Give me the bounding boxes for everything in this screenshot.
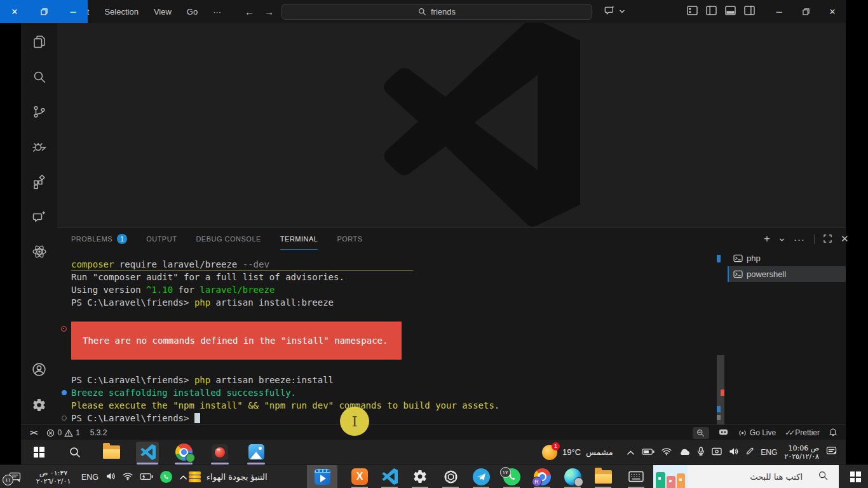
os-language-indicator[interactable]: ENG — [81, 473, 98, 482]
player-minimize-icon[interactable]: ─ — [58, 0, 88, 23]
tab-terminal[interactable]: TERMINAL — [280, 228, 318, 250]
player-restore-icon[interactable] — [29, 0, 58, 23]
xampp-app-icon[interactable]: X — [349, 466, 370, 487]
tab-output[interactable]: OUTPUT — [146, 229, 177, 250]
tray-chevron-icon[interactable] — [627, 447, 635, 458]
wifi-icon[interactable] — [661, 447, 672, 458]
close-button[interactable]: ✕ — [819, 0, 846, 23]
cast-icon[interactable] — [712, 447, 722, 458]
recorded-screen: litSelectionViewGo··· ← → friends — [21, 0, 846, 464]
forward-arrow-icon[interactable]: → — [264, 6, 274, 17]
menu-item-4[interactable]: ··· — [213, 7, 221, 17]
more-actions-icon[interactable]: ··· — [794, 234, 805, 245]
source-control-icon[interactable] — [21, 99, 57, 125]
player-close-icon[interactable]: ✕ — [0, 0, 29, 23]
problems-status[interactable]: 0 1 — [46, 428, 79, 437]
edge-app-icon[interactable] — [562, 466, 583, 487]
tab-ports[interactable]: PORTS — [337, 229, 362, 250]
go-live-button[interactable]: Go Live — [738, 428, 776, 437]
clock[interactable]: 10:06 ص ٢٠٢٥/١٢/٠٨ — [784, 444, 819, 461]
terminal-instance-php[interactable]: php — [728, 250, 846, 266]
microphone-icon[interactable] — [697, 447, 705, 458]
explorer-icon[interactable] — [21, 29, 57, 55]
customize-layout-icon[interactable] — [687, 6, 698, 18]
os-time: ٠١:٣٧ ص — [32, 469, 74, 477]
menu-item-2[interactable]: View — [154, 7, 172, 17]
close-panel-icon[interactable]: ✕ — [841, 233, 849, 245]
os-wifi-icon[interactable] — [123, 471, 133, 483]
vscode-window: litSelectionViewGo··· ← → friends — [21, 0, 846, 440]
weather-badge: 1 — [552, 442, 560, 451]
file-explorer-app-icon[interactable] — [592, 466, 614, 487]
new-terminal-icon[interactable]: + — [764, 233, 770, 245]
news-weather-widget[interactable]: التنبؤ بجودة الهواء — [189, 465, 268, 488]
react-devtools-icon[interactable] — [21, 239, 57, 264]
os-windows-logo-icon — [850, 471, 861, 482]
terminal-scrollbar[interactable] — [717, 250, 724, 425]
chat-icon[interactable] — [21, 204, 57, 229]
file-explorer-icon[interactable] — [100, 442, 123, 463]
zoom-status-icon[interactable] — [693, 427, 709, 439]
tab-problems[interactable]: PROBLEMS1 — [71, 229, 127, 250]
photos-app-icon[interactable] — [245, 442, 268, 463]
menu-item-1[interactable]: Selection — [104, 7, 138, 17]
chevron-down-icon[interactable] — [619, 6, 625, 17]
php-version[interactable]: 5.3.2 — [90, 428, 107, 437]
chrome-app-icon[interactable]: R — [531, 466, 553, 487]
scroll-marker-gray — [717, 415, 721, 420]
prettier-button[interactable]: ✓✓ Prettier — [785, 428, 820, 437]
search-highlights-illustration — [653, 465, 688, 488]
minimize-button[interactable]: ─ — [766, 0, 792, 23]
vscode-taskbar-icon[interactable] — [136, 442, 159, 463]
screen-recorder-icon[interactable] — [208, 442, 231, 463]
menu-item-3[interactable]: Go — [187, 7, 198, 17]
terminal-output[interactable]: composer require laravel/breeze --devRun… — [71, 250, 713, 425]
run-debug-icon[interactable] — [21, 134, 57, 159]
pen-icon[interactable] — [745, 447, 754, 458]
weather-widget[interactable]: 1 19°C مشمس — [542, 440, 613, 464]
toggle-secondary-sidebar-icon[interactable] — [744, 6, 755, 18]
copilot-status-icon[interactable] — [718, 427, 729, 438]
os-search-box[interactable]: اكتب هنا للبحث — [653, 465, 839, 488]
taskbar-search-icon[interactable] — [64, 442, 86, 463]
notification-center-icon[interactable] — [826, 446, 837, 458]
start-button[interactable] — [27, 442, 50, 463]
extensions-icon[interactable] — [21, 169, 57, 194]
keyboard-app-icon[interactable] — [625, 466, 647, 487]
maximize-panel-icon[interactable] — [824, 234, 832, 245]
terminal-instance-powershell[interactable]: powershell — [728, 266, 846, 282]
chrome-taskbar-icon[interactable] — [172, 442, 195, 463]
toggle-sidebar-icon[interactable] — [706, 6, 717, 18]
language-indicator[interactable]: ENG — [761, 448, 777, 457]
temperature: 19°C — [562, 447, 581, 457]
copilot-chat-icon[interactable] — [604, 5, 615, 18]
scroll-marker-blue — [717, 255, 721, 262]
terminal-dropdown-icon[interactable] — [779, 234, 785, 245]
chatgpt-app-icon[interactable] — [440, 466, 461, 487]
whatsapp-tray-icon[interactable] — [160, 471, 172, 483]
search-icon[interactable] — [21, 64, 57, 90]
settings-gear-icon[interactable] — [21, 392, 57, 417]
action-center-icon[interactable]: ١١ — [4, 468, 25, 487]
os-start-button[interactable] — [843, 465, 868, 488]
os-tray-chevron-icon[interactable] — [179, 471, 187, 483]
os-clock[interactable]: ٠١:٣٧ ص ٢٠٢٦/٠٢/٠١ — [32, 469, 74, 485]
telegram-app-icon[interactable] — [470, 466, 492, 487]
remote-indicator-icon[interactable]: >< — [30, 428, 36, 437]
account-icon[interactable] — [21, 356, 57, 382]
restore-button[interactable] — [792, 0, 819, 23]
toggle-panel-icon[interactable] — [725, 6, 736, 18]
os-battery-icon[interactable] — [140, 471, 153, 483]
notifications-bell-icon[interactable] — [829, 428, 837, 438]
speaker-icon[interactable] — [729, 447, 738, 458]
back-arrow-icon[interactable]: ← — [245, 6, 254, 17]
vscode-app-icon[interactable] — [379, 466, 400, 487]
battery-icon[interactable] — [642, 447, 654, 458]
onedrive-cloud-icon[interactable] — [679, 447, 690, 458]
settings-app-icon[interactable] — [409, 466, 431, 487]
movies-tv-app-active[interactable] — [307, 465, 337, 488]
whatsapp-app-icon[interactable]: ١٧ — [501, 466, 522, 487]
os-speaker-icon[interactable] — [105, 471, 116, 483]
command-center-search[interactable]: friends — [281, 4, 592, 20]
tab-debug-console[interactable]: DEBUG CONSOLE — [196, 229, 261, 250]
